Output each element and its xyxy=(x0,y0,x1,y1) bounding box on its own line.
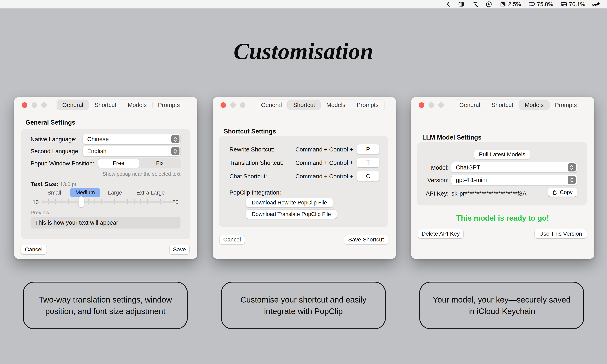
api-key-label: API Key: xyxy=(421,190,449,197)
api-key-masked-value: sk-pr**********************f8A xyxy=(451,190,527,197)
version-label: Version: xyxy=(421,177,449,184)
tab-models[interactable]: Models xyxy=(519,100,549,110)
memory-usage-value: 75.8% xyxy=(537,1,553,8)
copy-api-key-button[interactable]: Copy xyxy=(548,188,577,196)
translation-shortcut-key-field[interactable]: T xyxy=(357,158,379,168)
close-button[interactable] xyxy=(221,102,226,108)
window3-traffic-lights xyxy=(419,102,444,108)
tab-general[interactable]: General xyxy=(57,100,89,110)
hammer-tool-icon[interactable] xyxy=(472,1,478,8)
caption-shortcut-text: Customise your shortcut and easily integ… xyxy=(233,294,374,317)
text-size-value: 13.0 pt xyxy=(60,181,76,187)
tab-general[interactable]: General xyxy=(256,100,287,110)
caption-shortcut: Customise your shortcut and easily integ… xyxy=(221,282,386,329)
zoom-button[interactable] xyxy=(41,102,47,108)
size-option-medium[interactable]: Medium xyxy=(70,188,100,197)
chevron-up-down-icon xyxy=(568,176,576,184)
second-language-select[interactable]: English xyxy=(83,146,181,156)
version-value: gpt-4.1-mini xyxy=(451,177,487,183)
display-contrast-icon[interactable] xyxy=(458,1,464,8)
chevron-up-down-icon xyxy=(171,135,179,143)
chat-shortcut-key-field[interactable]: C xyxy=(357,171,379,181)
download-rewrite-popclip-button[interactable]: Download Rewrite PopClip File xyxy=(246,198,333,207)
popup-position-fix-segment[interactable]: Fix xyxy=(140,158,180,168)
tab-models[interactable]: Models xyxy=(321,100,351,110)
llm-model-settings-heading: LLM Model Settings xyxy=(422,134,482,141)
minimize-button[interactable] xyxy=(230,102,236,108)
window1-titlebar: General Shortcut Models Prompts xyxy=(14,97,197,113)
model-select[interactable]: ChatGPT xyxy=(451,162,577,172)
popclip-integration-label: PopClip Integration: xyxy=(229,189,281,196)
text-size-slider-track[interactable] xyxy=(42,199,173,205)
close-button[interactable] xyxy=(419,102,424,108)
tab-prompts[interactable]: Prompts xyxy=(550,100,582,110)
preview-text: This is how your text will appear xyxy=(35,220,118,226)
tab-shortcut[interactable]: Shortcut xyxy=(89,100,122,110)
general-settings-panel: Native Language: Chinese Second Language… xyxy=(21,129,190,239)
native-language-select[interactable]: Chinese xyxy=(83,134,181,144)
pull-latest-models-button[interactable]: Pull Latest Models xyxy=(474,150,530,159)
popup-position-free-segment[interactable]: Free xyxy=(98,158,139,168)
window2-titlebar: General Shortcut Models Prompts xyxy=(213,97,396,113)
chat-shortcut-label: Chat Shortcut: xyxy=(229,173,267,180)
popup-position-label: Popup Window Position: xyxy=(31,160,94,167)
tab-general[interactable]: General xyxy=(454,100,486,110)
zoom-button[interactable] xyxy=(240,102,245,108)
window-shortcut-settings: General Shortcut Models Prompts Shortcut… xyxy=(213,97,396,259)
memory-icon xyxy=(528,1,535,8)
preview-box: This is how your text will appear xyxy=(31,217,181,229)
zoom-button[interactable] xyxy=(438,102,444,108)
disk-usage-value: 70.1% xyxy=(569,1,585,8)
general-settings-heading: General Settings xyxy=(26,119,75,126)
menu-bar: 2.5% 75.8% 70.1% xyxy=(0,0,607,9)
page-title: Customisation xyxy=(0,38,607,65)
window3-titlebar: General Shortcut Models Prompts xyxy=(411,97,594,113)
cpu-usage[interactable]: 2.5% xyxy=(499,1,521,8)
shortcut-settings-heading: Shortcut Settings xyxy=(224,128,276,135)
delete-api-key-button[interactable]: Delete API Key xyxy=(418,229,463,238)
second-language-value: English xyxy=(83,148,106,155)
play-circle-icon[interactable] xyxy=(486,1,492,8)
tab-prompts[interactable]: Prompts xyxy=(351,100,384,110)
chevron-up-down-icon xyxy=(171,147,179,155)
save-button[interactable]: Save xyxy=(170,245,189,254)
slider-min-label: 10 xyxy=(33,199,39,206)
size-option-extra-large[interactable]: Extra Large xyxy=(136,190,165,196)
cpu-icon xyxy=(499,1,506,8)
memory-usage[interactable]: 75.8% xyxy=(528,1,553,8)
llm-model-settings-panel: Pull Latest Models Model: ChatGPT Versio… xyxy=(417,142,587,206)
disk-usage[interactable]: 70.1% xyxy=(560,1,585,8)
rewrite-shortcut-label: Rewrite Shortcut: xyxy=(229,146,274,153)
window2-tab-bar: General Shortcut Models Prompts xyxy=(255,100,385,110)
chevron-up-down-icon xyxy=(568,163,576,171)
tab-shortcut[interactable]: Shortcut xyxy=(486,100,519,110)
model-ready-status: This model is ready to go! xyxy=(411,214,594,222)
cpu-usage-value: 2.5% xyxy=(508,1,521,8)
text-size-label: Text Size: xyxy=(31,181,58,187)
use-this-version-button[interactable]: Use This Version xyxy=(535,229,587,238)
save-shortcut-button[interactable]: Save Shortcut xyxy=(344,235,388,244)
runcat-cat-icon[interactable] xyxy=(593,1,602,8)
disk-icon xyxy=(560,1,567,8)
cancel-button[interactable]: Cancel xyxy=(220,235,245,244)
rewrite-shortcut-modifier: Command + Control + xyxy=(295,146,353,153)
tab-models[interactable]: Models xyxy=(122,100,152,110)
minimize-button[interactable] xyxy=(429,102,434,108)
rewrite-key: P xyxy=(366,146,370,153)
size-option-small[interactable]: Small xyxy=(47,190,61,196)
rewrite-shortcut-key-field[interactable]: P xyxy=(357,144,379,154)
tab-shortcut[interactable]: Shortcut xyxy=(288,100,320,110)
popup-position-segmented-control: Free Fix xyxy=(98,158,181,168)
close-button[interactable] xyxy=(22,102,27,108)
download-translate-popclip-button[interactable]: Download Translate PopClip File xyxy=(246,210,337,219)
size-option-large[interactable]: Large xyxy=(108,190,122,196)
window2-traffic-lights xyxy=(221,102,245,108)
chat-shortcut-modifier: Command + Control + xyxy=(295,173,353,180)
tab-prompts[interactable]: Prompts xyxy=(153,100,185,110)
text-size-slider-thumb[interactable] xyxy=(79,196,84,207)
cancel-button[interactable]: Cancel xyxy=(21,245,47,254)
copy-button-label: Copy xyxy=(560,189,573,195)
version-select[interactable]: gpt-4.1-mini xyxy=(451,175,577,185)
minimize-button[interactable] xyxy=(32,102,37,108)
chevron-left-icon[interactable] xyxy=(446,1,451,8)
